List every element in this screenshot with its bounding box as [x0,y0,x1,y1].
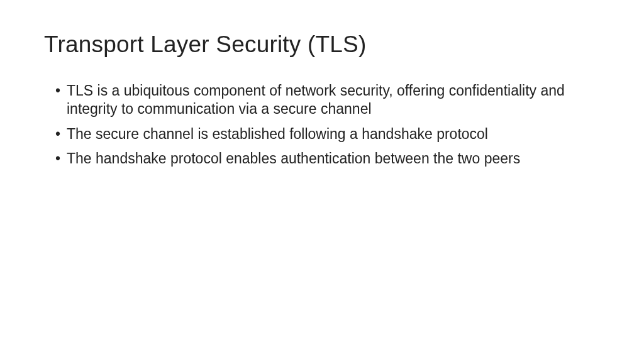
list-item: The handshake protocol enables authentic… [55,150,600,168]
list-item: TLS is a ubiquitous component of network… [55,82,600,119]
list-item: The secure channel is established follow… [55,125,600,143]
slide-title: Transport Layer Security (TLS) [44,31,600,58]
bullet-list: TLS is a ubiquitous component of network… [44,82,600,168]
